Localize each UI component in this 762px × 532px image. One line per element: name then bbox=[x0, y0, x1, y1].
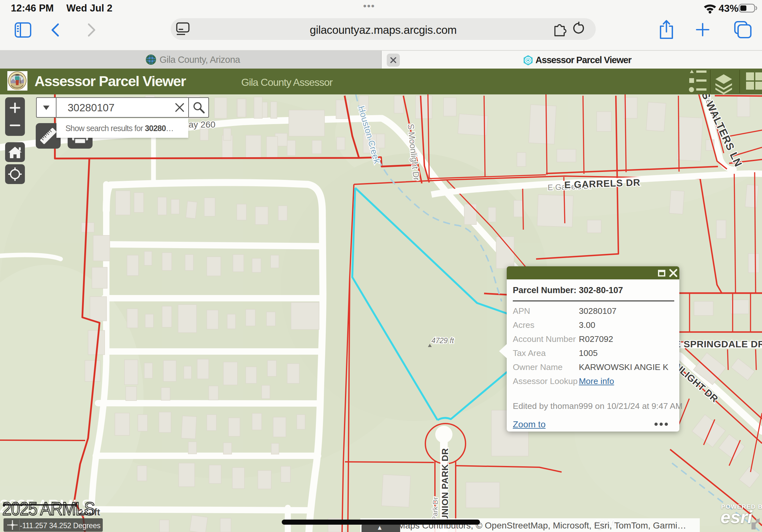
svg-text:Park Dr: Park Dr bbox=[431, 497, 440, 521]
svg-text:ay 260: ay 260 bbox=[189, 120, 215, 129]
svg-text:43%: 43% bbox=[719, 3, 738, 14]
svg-text:E SPRINGDALE DR: E SPRINGDALE DR bbox=[674, 339, 762, 349]
svg-text:UNION PARK DR: UNION PARK DR bbox=[440, 448, 450, 521]
svg-text:4729 ft: 4729 ft bbox=[431, 337, 454, 345]
